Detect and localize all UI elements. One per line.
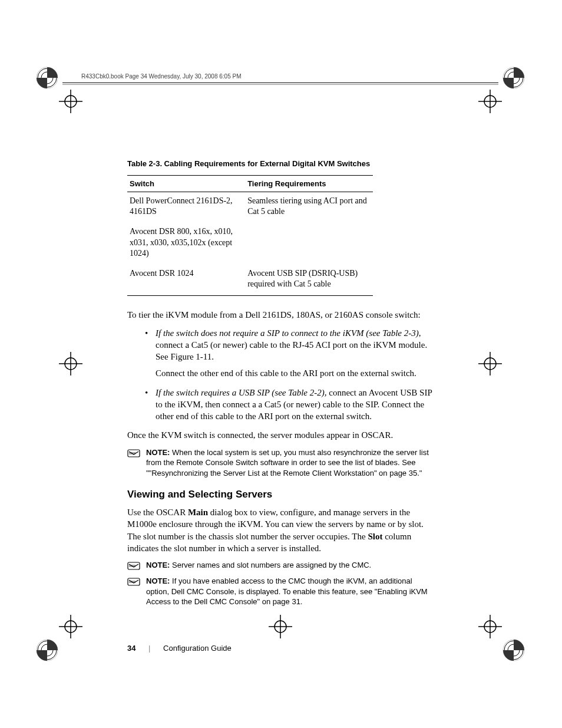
crosshair-bottom-mid: [269, 615, 292, 638]
note-text: NOTE: Server names and slot numbers are …: [146, 560, 436, 571]
page-footer: 34 | Configuration Guide: [127, 644, 232, 653]
footer-separator: |: [148, 644, 150, 653]
para-part: Use the OSCAR: [127, 508, 188, 517]
crosshair-mid-left: [59, 352, 82, 375]
cell-req: Avocent USB SIP (DSRIQ-USB) required wit…: [245, 265, 373, 296]
intro-para: To tier the iKVM module from a Dell 2161…: [127, 309, 436, 321]
section-heading: Viewing and Selecting Servers: [127, 489, 436, 500]
note-text: NOTE: If you have enabled access to the …: [146, 576, 436, 607]
cell-switch: Avocent DSR 800, x16x, x010, x031, x030,…: [127, 223, 245, 265]
note-icon: [127, 577, 140, 587]
table-row: Dell PowerConnect 2161DS-2, 4161DS Seaml…: [127, 192, 373, 223]
note-body: When the local system is set up, you mus…: [146, 448, 429, 477]
print-header: R433Cbk0.book Page 34 Wednesday, July 30…: [81, 73, 241, 80]
crosshair-mid-right: [478, 352, 502, 375]
regmark-top-right: [502, 66, 525, 90]
regmark-bottom-right: [502, 638, 525, 662]
svg-rect-39: [128, 578, 140, 585]
crosshair-bottom-left: [59, 615, 82, 638]
note-label: NOTE:: [146, 448, 170, 457]
cell-req: [245, 223, 373, 265]
th-tiering: Tiering Requirements: [245, 176, 373, 192]
list-item: If the switch does not require a SIP to …: [145, 327, 436, 380]
crosshair-bottom-right: [478, 615, 502, 638]
note-body: If you have enabled access to the CMC th…: [146, 577, 428, 606]
para-bold: Main: [188, 508, 208, 517]
table-caption: Table 2-3. Cabling Requirements for Exte…: [127, 159, 436, 168]
regmark-bottom-left: [35, 638, 59, 662]
note-label: NOTE:: [146, 577, 170, 585]
note-body: Server names and slot numbers are assign…: [170, 561, 371, 569]
bullet-lead: If the switch requires a USB SIP (see Ta…: [156, 388, 327, 397]
bullet-sub: Connect the other end of this cable to t…: [156, 367, 436, 379]
cell-req: Seamless tiering using ACI port and Cat …: [245, 192, 373, 223]
header-rule: [62, 83, 498, 83]
note-block: NOTE: Server names and slot numbers are …: [127, 560, 436, 571]
cell-switch: Dell PowerConnect 2161DS-2, 4161DS: [127, 192, 245, 223]
note-block: NOTE: If you have enabled access to the …: [127, 576, 436, 607]
cell-switch: Avocent DSR 1024: [127, 265, 245, 296]
para-bold: Slot: [368, 532, 382, 541]
note-icon: [127, 448, 140, 459]
table-row: Avocent DSR 1024 Avocent USB SIP (DSRIQ-…: [127, 265, 373, 296]
regmark-top-left: [35, 66, 59, 90]
svg-rect-36: [128, 562, 140, 569]
th-switch: Switch: [127, 176, 245, 192]
page-content: Table 2-3. Cabling Requirements for Exte…: [127, 159, 436, 612]
footer-title: Configuration Guide: [163, 644, 232, 653]
note-text: NOTE: When the local system is set up, y…: [146, 447, 436, 479]
section-para: Use the OSCAR Main dialog box to view, c…: [127, 506, 436, 554]
crosshair-top-left: [59, 90, 82, 113]
bullet-lead: If the switch does not require a SIP to …: [156, 328, 419, 338]
requirements-table: Switch Tiering Requirements Dell PowerCo…: [127, 175, 373, 296]
table-row: Avocent DSR 800, x16x, x010, x031, x030,…: [127, 223, 373, 265]
svg-rect-33: [128, 450, 140, 457]
crosshair-top-right: [478, 90, 502, 113]
note-block: NOTE: When the local system is set up, y…: [127, 447, 436, 479]
note-label: NOTE:: [146, 561, 170, 569]
list-item: If the switch requires a USB SIP (see Ta…: [145, 387, 436, 423]
note-icon: [127, 561, 140, 571]
bullet-list: If the switch does not require a SIP to …: [145, 327, 436, 423]
header-rule-2: [62, 84, 498, 85]
page-number: 34: [127, 644, 135, 653]
after-list-para: Once the KVM switch is connected, the se…: [127, 429, 436, 441]
